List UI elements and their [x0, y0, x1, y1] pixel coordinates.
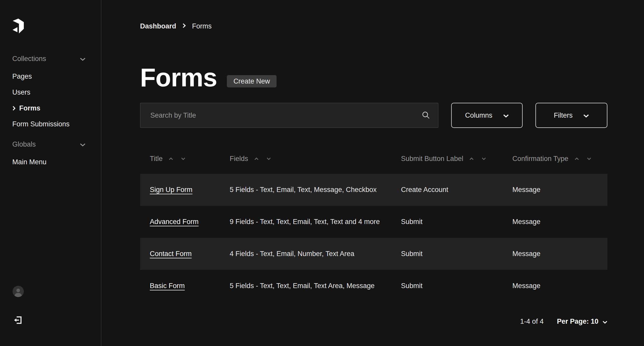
filters-button-label: Filters [554, 111, 573, 119]
table-row: Contact Form 4 Fields - Text, Email, Num… [140, 238, 607, 270]
column-header-submit-button-label: Submit Button Label [401, 155, 512, 163]
sidebar-item-pages[interactable]: Pages [12, 68, 86, 84]
row-title-link[interactable]: Contact Form [150, 250, 192, 258]
row-fields-cell: 4 Fields - Text, Email, Number, Text Are… [230, 250, 401, 258]
row-title-link[interactable]: Sign Up Form [150, 186, 193, 194]
sort-ascending-icon[interactable] [468, 156, 475, 161]
table-body: Sign Up Form 5 Fields - Text, Email, Tex… [140, 174, 607, 302]
filters-button[interactable]: Filters [535, 103, 607, 128]
sidebar: Collections Pages Users Forms [0, 0, 101, 346]
row-confirmation-cell: Message [512, 282, 598, 290]
column-label: Fields [230, 155, 248, 163]
table-row: Basic Form 5 Fields - Text, Text, Email,… [140, 270, 607, 302]
page-title: Forms [140, 64, 217, 91]
title-row: Forms Create New [140, 64, 607, 91]
sidebar-group-collections-label: Collections [12, 55, 46, 63]
per-page-label: Per Page: 10 [557, 318, 598, 325]
columns-button-label: Columns [465, 111, 492, 119]
chevron-down-icon [80, 55, 86, 63]
table-row: Advanced Form 9 Fields - Text, Text, Ema… [140, 206, 607, 238]
sidebar-item-main-menu[interactable]: Main Menu [12, 154, 86, 170]
sidebar-collections-items: Pages Users Forms Form Submissions [12, 68, 86, 132]
main-content: Dashboard Forms Forms Create New Columns [101, 0, 644, 327]
breadcrumb-current: Forms [192, 22, 212, 30]
sidebar-item-label: Users [12, 88, 30, 96]
breadcrumb: Dashboard Forms [140, 0, 607, 31]
row-title-cell: Advanced Form [150, 218, 230, 226]
pagination: 1-4 of 4 Per Page: 10 [140, 316, 607, 327]
sidebar-nav: Collections Pages Users Forms [12, 54, 86, 177]
sidebar-item-label: Form Submissions [12, 120, 70, 128]
chevron-down-icon [80, 140, 86, 148]
create-new-button[interactable]: Create New [227, 75, 277, 87]
row-title-link[interactable]: Advanced Form [150, 218, 199, 226]
row-title-cell: Sign Up Form [150, 186, 230, 194]
row-title-cell: Basic Form [150, 282, 230, 290]
sort-descending-icon[interactable] [481, 156, 487, 161]
row-confirmation-cell: Message [512, 250, 598, 258]
column-header-title: Title [150, 155, 230, 163]
per-page-control[interactable]: Per Page: 10 [557, 318, 607, 325]
pagination-range: 1-4 of 4 [520, 318, 544, 325]
column-header-confirmation-type: Confirmation Type [512, 155, 598, 163]
payload-logo-icon[interactable] [13, 18, 24, 34]
chevron-down-icon [603, 318, 607, 325]
chevron-down-icon [583, 111, 589, 119]
row-submit-label-cell: Submit [401, 282, 512, 290]
logout-icon[interactable] [13, 316, 23, 325]
column-label: Submit Button Label [401, 155, 463, 163]
row-title-link[interactable]: Basic Form [150, 282, 185, 290]
row-confirmation-cell: Message [512, 218, 598, 226]
row-submit-label-cell: Submit [401, 218, 512, 226]
column-label: Confirmation Type [512, 155, 568, 163]
sort-descending-icon[interactable] [586, 156, 592, 161]
search-input[interactable] [140, 103, 438, 128]
forms-table: Title Fields Submit Button Label [140, 151, 607, 302]
row-confirmation-cell: Message [512, 186, 598, 194]
table-header: Title Fields Submit Button Label [140, 151, 607, 166]
row-title-cell: Contact Form [150, 250, 230, 258]
chevron-down-icon [503, 111, 509, 119]
chevron-right-icon [12, 106, 16, 111]
sidebar-item-label: Pages [12, 73, 32, 80]
sidebar-item-users[interactable]: Users [12, 84, 86, 100]
sidebar-group-globals-header[interactable]: Globals [12, 139, 86, 149]
columns-button[interactable]: Columns [451, 103, 523, 128]
column-label: Title [150, 155, 163, 163]
breadcrumb-dashboard-link[interactable]: Dashboard [140, 22, 176, 30]
chevron-right-icon [182, 22, 186, 30]
sort-descending-icon[interactable] [180, 156, 186, 161]
search-wrap [140, 103, 438, 128]
row-fields-cell: 5 Fields - Text, Email, Text, Message, C… [230, 186, 401, 194]
sidebar-group-globals-label: Globals [12, 140, 36, 148]
sidebar-group-collections: Collections Pages Users Forms [12, 54, 86, 132]
row-fields-cell: 5 Fields - Text, Text, Email, Text Area,… [230, 282, 401, 290]
sidebar-globals-items: Main Menu [12, 154, 86, 170]
row-submit-label-cell: Submit [401, 250, 512, 258]
column-header-fields: Fields [230, 155, 401, 163]
sort-ascending-icon[interactable] [253, 156, 260, 161]
row-submit-label-cell: Create Account [401, 186, 512, 194]
sidebar-item-label: Main Menu [12, 158, 47, 166]
row-fields-cell: 9 Fields - Text, Text, Email, Text, Text… [230, 218, 401, 226]
sidebar-item-label: Forms [19, 104, 40, 112]
sort-descending-icon[interactable] [266, 156, 272, 161]
account-avatar[interactable] [13, 286, 24, 297]
sidebar-group-collections-header[interactable]: Collections [12, 54, 86, 64]
sidebar-item-forms[interactable]: Forms [12, 100, 86, 116]
sidebar-item-form-submissions[interactable]: Form Submissions [12, 116, 86, 132]
sidebar-group-globals: Globals Main Menu [12, 139, 86, 170]
search-icon [421, 111, 431, 120]
table-row: Sign Up Form 5 Fields - Text, Email, Tex… [140, 174, 607, 206]
sort-ascending-icon[interactable] [574, 156, 580, 161]
list-controls: Columns Filters [140, 103, 607, 128]
sort-ascending-icon[interactable] [168, 156, 174, 161]
